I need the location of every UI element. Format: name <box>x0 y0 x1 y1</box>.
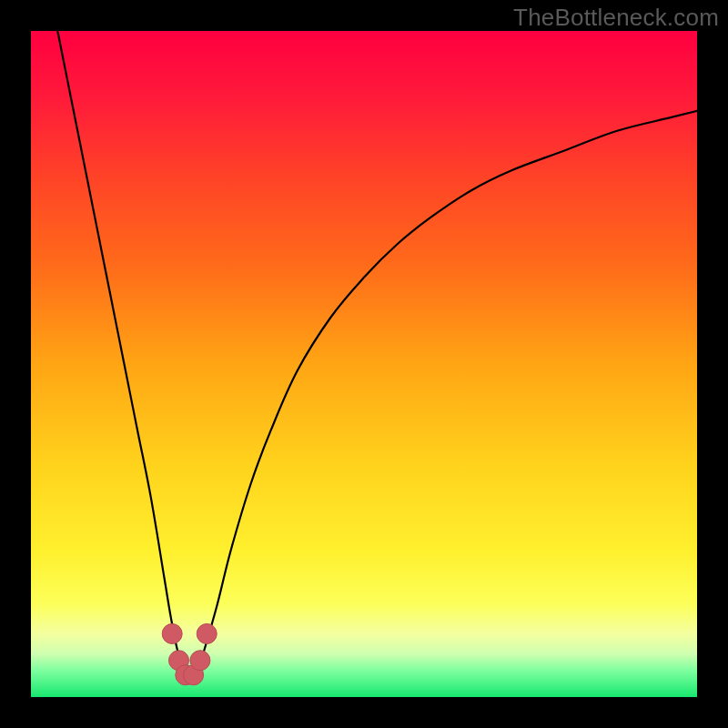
plot-area <box>31 31 697 697</box>
chart-frame: TheBottleneck.com <box>0 0 728 728</box>
watermark-text: TheBottleneck.com <box>513 4 719 32</box>
valley-marker <box>190 651 210 671</box>
valley-marker <box>162 623 182 643</box>
bottleneck-chart <box>31 31 697 697</box>
gradient-background <box>31 31 697 697</box>
valley-marker <box>197 623 217 643</box>
